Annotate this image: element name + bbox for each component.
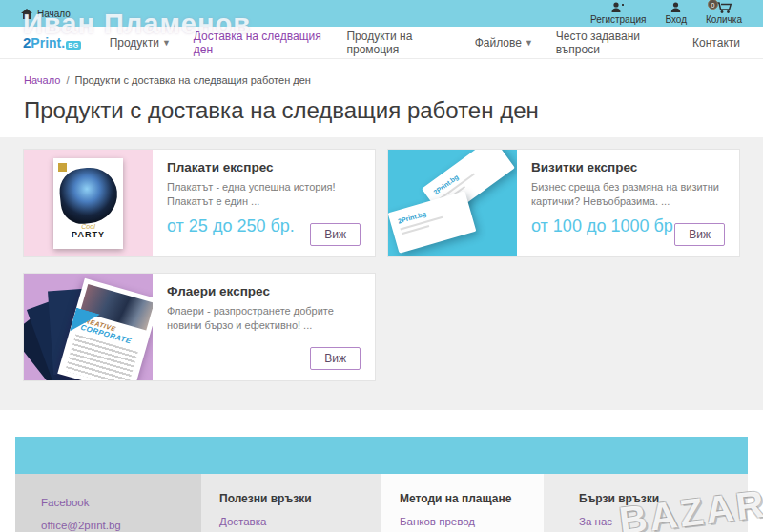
footer-quick-links-column: Бързи връзки За нас Новини FAQs — [544, 474, 748, 532]
person-plus-icon — [611, 2, 625, 13]
view-button[interactable]: Виж — [310, 223, 361, 246]
site-logo[interactable]: 2Print.BG — [23, 34, 81, 51]
home-link[interactable]: Начало — [21, 9, 71, 19]
view-button[interactable]: Виж — [674, 223, 725, 246]
product-image-flyers: CREATIVE CORPORATE — [24, 274, 153, 380]
poster-illustration: Cool PARTY — [53, 158, 123, 249]
nav-item-next-day-delivery[interactable]: Доставка на следващия ден — [194, 30, 324, 56]
person-icon — [670, 2, 681, 13]
footer-heading: Методи на плащане — [400, 492, 544, 505]
footer-heading: Бързи връзки — [579, 492, 748, 505]
product-image-posters: Cool PARTY — [24, 150, 153, 256]
cart-icon — [716, 2, 732, 13]
product-card-flyers: CREATIVE CORPORATE Флаери експрес Флаери… — [23, 273, 376, 381]
cart-button[interactable]: 0 Количка — [706, 2, 742, 25]
register-label: Регистрация — [590, 14, 646, 25]
product-title: Флаери експрес — [167, 284, 361, 298]
home-icon — [21, 9, 32, 19]
product-title: Визитки експрес — [531, 160, 725, 174]
nav-item-products[interactable]: Продукти ▼ — [110, 36, 171, 50]
top-bar-actions: Регистрация Вход 0 Количка — [590, 2, 742, 25]
main-navigation: 2Print.BG Продукти ▼ Доставка на следващ… — [0, 27, 763, 59]
product-description: Бизнес среща без размяна на визитни карт… — [531, 180, 725, 210]
footer: Facebook office@2print.bg Полезни връзки… — [15, 474, 748, 532]
breadcrumb-current: Продукти с доставка на следващия работен… — [75, 74, 311, 86]
about-link[interactable]: За нас — [579, 516, 748, 527]
chevron-down-icon: ▼ — [162, 38, 171, 48]
product-description: Флаери - разпространете добрите новини б… — [167, 304, 361, 334]
product-card-posters: Cool PARTY Плакати експрес Плакатът - ед… — [23, 149, 376, 257]
logo-text: 2 — [23, 34, 31, 51]
product-description: Плакатът - една успешна история! Плакатъ… — [167, 180, 361, 210]
register-button[interactable]: Регистрация — [590, 2, 646, 25]
page-title: Продукти с доставка на следващия работен… — [24, 97, 763, 124]
footer-contact-column: Facebook office@2print.bg — [15, 474, 201, 532]
nav-item-files[interactable]: Файлове ▼ — [475, 36, 533, 50]
footer-useful-links-column: Полезни връзки Доставка Общи условия Пол… — [201, 474, 382, 532]
product-grid: Cool PARTY Плакати експрес Плакатът - ед… — [0, 137, 763, 410]
view-button[interactable]: Виж — [310, 347, 361, 370]
email-link[interactable]: office@2print.bg — [41, 520, 201, 531]
breadcrumb: Начало / Продукти с доставка на следващи… — [24, 74, 763, 86]
delivery-link[interactable]: Доставка — [219, 516, 382, 527]
nav-item-contacts[interactable]: Контакти — [692, 36, 740, 50]
login-label: Вход — [665, 14, 687, 25]
business-card-illustration: 2Print.bg — [388, 191, 476, 253]
nav-item-promotions[interactable]: Продукти на промоция — [346, 30, 451, 56]
top-bar: Начало Регистрация Вход 0 Количка — [0, 0, 763, 27]
chevron-down-icon: ▼ — [525, 38, 533, 48]
breadcrumb-home-link[interactable]: Начало — [24, 74, 60, 86]
footer-accent-band — [15, 437, 748, 474]
facebook-link[interactable]: Facebook — [41, 497, 201, 508]
bank-transfer-link[interactable]: Банков превод — [400, 516, 544, 527]
breadcrumb-separator: / — [66, 74, 69, 86]
nav-menu: Продукти ▼ Доставка на следващия ден Про… — [110, 30, 740, 56]
product-card-business-cards: 2Print.bg 2Print.bg Визитки експрес Бизн… — [387, 149, 740, 257]
product-image-business-cards: 2Print.bg 2Print.bg — [388, 150, 517, 256]
login-button[interactable]: Вход — [665, 2, 687, 25]
nav-item-faq[interactable]: Често задавани въпроси — [556, 30, 670, 56]
footer-heading: Полезни връзки — [219, 492, 382, 505]
product-title: Плакати експрес — [167, 160, 361, 174]
home-label: Начало — [37, 9, 71, 19]
footer-payment-column: Методи на плащане Банков превод ePay онл… — [382, 474, 544, 532]
cart-label: Количка — [706, 14, 742, 25]
